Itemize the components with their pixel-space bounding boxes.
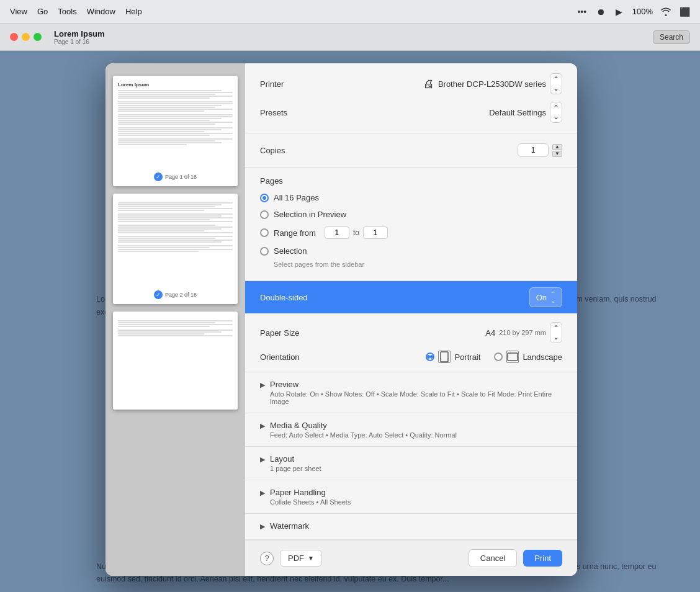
presets-dropdown[interactable]: ⌃⌄ [550, 102, 562, 123]
cancel-button[interactable]: Cancel [469, 549, 517, 567]
copies-input[interactable] [518, 143, 549, 157]
pages-selection-row[interactable]: Selection Select pages from the sidebar [260, 245, 562, 269]
watermark-expand[interactable]: ▶ Watermark [245, 514, 577, 540]
preview-panel: Lorem Ipsum [105, 63, 245, 576]
pages-range-radio[interactable] [260, 228, 269, 237]
preview-line [118, 330, 233, 331]
svg-rect-1 [508, 353, 518, 361]
watermark-chevron-icon: ▶ [260, 522, 265, 531]
page-preview-3[interactable] [113, 312, 238, 410]
traffic-lights [10, 33, 42, 41]
preview-line [118, 97, 210, 99]
page-preview-1-label: ✓ Page 1 of 16 [118, 173, 233, 181]
pages-selection-preview-radio[interactable] [260, 210, 269, 219]
paper-size-name: A4 [485, 328, 495, 338]
media-quality-expand-content: Media & Quality Feed: Auto Select • Medi… [270, 421, 562, 439]
menubar: View Go Tools Window Help ••• ⏺ ▶ 100% ⬛ [0, 0, 700, 24]
preview-line [118, 103, 233, 104]
pages-range-row[interactable]: Range from to [260, 225, 562, 240]
pages-range-label: Range from [274, 228, 316, 238]
preview-expand-title: Preview [270, 380, 562, 389]
page-preview-2-lines [118, 202, 233, 252]
preview-line [118, 144, 187, 145]
pages-selection-radio[interactable] [260, 247, 269, 256]
layout-title: Layout [270, 454, 562, 464]
printer-name: Brother DCP-L2530DW series [438, 79, 546, 89]
portrait-radio[interactable] [426, 352, 434, 361]
preview-line [118, 129, 222, 130]
pages-all-row[interactable]: All 16 Pages [260, 192, 562, 204]
copies-decrement[interactable]: ▼ [552, 151, 562, 157]
copies-value: ▲ ▼ [316, 143, 562, 157]
menu-view[interactable]: View [10, 7, 27, 16]
menu-window[interactable]: Window [87, 7, 115, 16]
search-button[interactable]: Search [653, 30, 690, 44]
print-dialog: Lorem Ipsum [105, 63, 577, 576]
portrait-icon [438, 351, 451, 363]
close-button[interactable] [10, 33, 18, 41]
preview-line [118, 122, 233, 123]
preview-line [118, 116, 233, 117]
pages-all-radio[interactable] [260, 194, 269, 202]
page-preview-1[interactable]: Lorem Ipsum [113, 76, 238, 186]
menu-help[interactable]: Help [125, 7, 142, 16]
preview-line [118, 110, 204, 112]
page-preview-2-label: ✓ Page 2 of 16 [118, 290, 233, 299]
pdf-label: PDF [288, 554, 304, 563]
pages-all-label: All 16 Pages [274, 193, 319, 202]
printer-section: Printer 🖨 Brother DCP-L2530DW series ⌃⌄ … [245, 63, 577, 133]
preview-line [118, 333, 204, 334]
printer-value: 🖨 Brother DCP-L2530DW series ⌃⌄ [316, 73, 562, 94]
preview-line [118, 202, 233, 204]
double-sided-value: On ⌃⌄ [529, 287, 562, 307]
print-button[interactable]: Print [523, 550, 562, 567]
printer-icon: 🖨 [423, 78, 434, 91]
preview-line [118, 206, 215, 207]
preview-line [118, 226, 233, 228]
svg-rect-0 [441, 352, 448, 362]
preview-line [118, 245, 233, 246]
preview-line [118, 230, 204, 231]
preview-line [118, 225, 215, 226]
preview-line [118, 114, 233, 115]
preview-line [118, 247, 210, 248]
layout-chevron-icon: ▶ [260, 455, 265, 464]
landscape-option[interactable]: Landscape [494, 351, 562, 363]
watermark-expand-content: Watermark [270, 521, 562, 532]
pdf-button[interactable]: PDF ▼ [280, 550, 322, 567]
landscape-radio[interactable] [494, 352, 503, 361]
menu-go[interactable]: Go [37, 7, 48, 16]
preview-expand[interactable]: ▶ Preview Auto Rotate: On • Show Notes: … [245, 372, 577, 413]
double-sided-dropdown[interactable]: On ⌃⌄ [529, 287, 562, 307]
preview-line [118, 238, 215, 239]
media-quality-expand[interactable]: ▶ Media & Quality Feed: Auto Select • Me… [245, 413, 577, 447]
page-preview-2[interactable]: ✓ Page 2 of 16 [113, 194, 238, 304]
presets-name: Default Settings [489, 108, 546, 117]
layout-expand[interactable]: ▶ Layout 1 page per sheet [245, 447, 577, 480]
copies-label: Copies [260, 146, 316, 155]
paper-handling-expand[interactable]: ▶ Paper Handling Collate Sheets • All Sh… [245, 480, 577, 514]
preview-line [118, 249, 233, 250]
copies-increment[interactable]: ▲ [552, 144, 562, 150]
pdf-dropdown-icon: ▼ [308, 555, 314, 562]
portrait-option[interactable]: Portrait [426, 351, 480, 363]
range-from-input[interactable] [325, 226, 349, 239]
paper-size-dimensions: 210 by 297 mm [499, 329, 546, 336]
preview-line [118, 138, 233, 140]
preview-line [118, 135, 210, 136]
help-button[interactable]: ? [260, 552, 274, 565]
menu-tools[interactable]: Tools [58, 7, 76, 16]
range-inputs: to [325, 226, 388, 239]
preview-line [118, 219, 210, 220]
document-subtitle: Page 1 of 16 [54, 38, 105, 45]
paper-size-dropdown[interactable]: ⌃⌄ [550, 322, 562, 343]
page-preview-2-content [118, 200, 233, 287]
pages-selection-preview-row[interactable]: Selection in Preview [260, 209, 562, 220]
range-to-input[interactable] [363, 226, 388, 239]
preview-line [118, 236, 233, 237]
printer-dropdown[interactable]: ⌃⌄ [550, 73, 562, 94]
preview-line [118, 240, 233, 241]
minimize-button[interactable] [22, 33, 30, 41]
maximize-button[interactable] [34, 33, 42, 41]
preview-line [118, 131, 204, 132]
